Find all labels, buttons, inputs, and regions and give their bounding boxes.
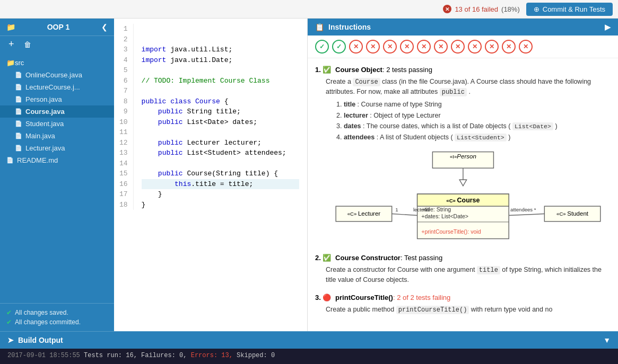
collapse-build-icon[interactable]: ▼ <box>603 336 611 344</box>
readme-icon: 📄 <box>6 157 14 164</box>
error-icon: ✕ <box>443 5 451 13</box>
terminal-icon: ➤ <box>7 336 14 344</box>
test-dot-10[interactable]: ✕ <box>468 40 482 54</box>
code-line <box>142 65 299 76</box>
src-folder: 📁 src <box>0 57 114 69</box>
file-icon: 📄 <box>15 145 22 152</box>
test-dot-13[interactable]: ✕ <box>519 40 533 54</box>
sidebar-status: ✔ All changes saved. ✔ All changes commi… <box>0 303 114 331</box>
sub-item: dates : The course dates, which is a lis… <box>336 122 611 131</box>
svg-text:1: 1 <box>395 207 398 212</box>
file-Person[interactable]: 📄 Person.java <box>0 93 114 105</box>
status-committed: ✔ All changes committed. <box>6 317 108 327</box>
instruction-item-2: 2. ✅ Course Constructor: Test passing Cr… <box>315 254 611 285</box>
instruction-item-3: 3. 🔴 printCourseTitle(): 2 of 2 tests fa… <box>315 294 611 315</box>
instruction-title-3: 3. 🔴 printCourseTitle(): 2 of 2 tests fa… <box>315 294 611 301</box>
sub-item: title : Course name of type String <box>336 100 611 110</box>
code-line: } <box>142 189 299 200</box>
sidebar: 📁 OOP 1 ❮ + 🗑 📁 src 📄 OnlineCourse.java … <box>0 19 114 331</box>
instruction-title-1: 1. ✅ Course Object: 2 tests passing <box>315 66 611 74</box>
svg-text:attendees *: attendees * <box>510 207 536 212</box>
sidebar-toolbar: + 🗑 <box>0 35 114 52</box>
status-saved: ✔ All changes saved. <box>6 308 108 317</box>
test-dot-4[interactable]: ✕ <box>366 40 380 54</box>
test-dot-12[interactable]: ✕ <box>502 40 516 54</box>
file-Student[interactable]: 📄 Student.java <box>0 118 114 130</box>
test-dot-3[interactable]: ✕ <box>349 40 363 54</box>
commit-run-button[interactable]: ⊕ Commit & Run Tests <box>526 3 613 16</box>
code-line: public List<Student> attendees; <box>142 148 299 158</box>
code-line <box>142 86 299 96</box>
test-dot-7[interactable]: ✕ <box>417 40 431 54</box>
sub-item: lecturer : Object of type Lecturer <box>336 111 611 121</box>
test-dots-row: ✓ ✓ ✕ ✕ ✕ ✕ ✕ ✕ ✕ ✕ ✕ ✕ ✕ <box>308 35 618 58</box>
instruction-desc-1: Create a Course class (in the file Cours… <box>326 77 611 142</box>
svg-text:+dates: List<Date>: +dates: List<Date> <box>421 213 468 219</box>
instructions-body: 1. ✅ Course Object: 2 tests passing Crea… <box>308 58 618 331</box>
code-line: import java.util.List; <box>142 45 299 55</box>
delete-file-button[interactable]: 🗑 <box>22 39 33 50</box>
file-README[interactable]: 📄 README.md <box>0 154 114 166</box>
file-icon: 📄 <box>15 132 22 139</box>
file-icon: 📄 <box>15 72 22 78</box>
instruction-title-2: 2. ✅ Course Constructor: Test passing <box>315 254 611 262</box>
test-dot-6[interactable]: ✕ <box>400 40 414 54</box>
check-icon: ✔ <box>6 309 12 316</box>
file-icon: 📄 <box>15 120 22 127</box>
add-file-button[interactable]: + <box>6 39 16 50</box>
code-area[interactable]: import java.util.List; import java.util.… <box>134 24 307 210</box>
code-line: } <box>142 200 299 210</box>
sub-item: attendees : A list of Student objects ( … <box>336 133 611 143</box>
file-icon: 📄 <box>15 84 22 91</box>
expand-icon[interactable]: ▶ <box>605 23 611 31</box>
code-line: this.title = title; <box>142 179 299 190</box>
code-line: import java.util.Date; <box>142 55 299 66</box>
test-dot-9[interactable]: ✕ <box>451 40 465 54</box>
fail-icon: 🔴 <box>323 294 331 301</box>
check-icon: ✔ <box>6 318 12 326</box>
test-percent: (18%) <box>501 5 520 13</box>
build-body: 2017-09-01 18:55:55 Tests run: 16, Failu… <box>0 349 618 364</box>
test-status: ✕ 13 of 16 failed (18%) <box>443 5 519 13</box>
file-OnlineCourse[interactable]: 📄 OnlineCourse.java <box>0 69 114 81</box>
build-output: ➤ Build Output ▼ 2017-09-01 18:55:55 Tes… <box>0 331 618 364</box>
svg-text:+printCourseTitle(): void: +printCourseTitle(): void <box>421 228 481 235</box>
pass-icon: ✅ <box>323 66 331 74</box>
svg-text:«I»Person: «I»Person <box>450 153 476 159</box>
file-Main[interactable]: 📄 Main.java <box>0 130 114 142</box>
sidebar-collapse-button[interactable]: ❮ <box>101 23 108 31</box>
header-left: ➤ Build Output <box>7 336 63 344</box>
file-Course[interactable]: 📄 Course.java <box>0 105 114 118</box>
code-line <box>142 158 299 169</box>
code-line: public Lecturer lecturer; <box>142 138 299 148</box>
test-dot-2[interactable]: ✓ <box>332 40 346 54</box>
svg-text:«C» Lecturer: «C» Lecturer <box>347 210 381 217</box>
instructions-icon: 📋 <box>315 23 324 31</box>
instructions-panel: 📋 Instructions ▶ ✓ ✓ ✕ ✕ ✕ ✕ ✕ ✕ ✕ ✕ ✕ ✕… <box>308 19 618 331</box>
svg-text:«C» Course: «C» Course <box>446 197 480 204</box>
instruction-desc-2: Create a constructor for Course with one… <box>326 265 611 285</box>
code-content: 12345 678910 1112131415 161718 import ja… <box>114 19 307 215</box>
code-editor[interactable]: 12345 678910 1112131415 161718 import ja… <box>114 19 308 331</box>
file-icon: 📄 <box>15 96 22 103</box>
uml-diagram: «I»Person «C» Course +title: String +dat… <box>326 147 611 245</box>
svg-marker-3 <box>459 180 466 186</box>
instructions-header: 📋 Instructions ▶ <box>308 19 618 35</box>
test-dot-11[interactable]: ✕ <box>485 40 499 54</box>
file-icon: 📄 <box>15 108 22 115</box>
uml-svg: «I»Person «C» Course +title: String +dat… <box>326 147 611 245</box>
build-header: ➤ Build Output ▼ <box>0 331 618 349</box>
line-numbers: 12345 678910 1112131415 161718 <box>114 24 134 210</box>
instruction-item-1: 1. ✅ Course Object: 2 tests passing Crea… <box>315 66 611 245</box>
test-dot-8[interactable]: ✕ <box>434 40 448 54</box>
svg-line-13 <box>392 214 417 216</box>
code-line: public class Course { <box>142 96 299 107</box>
main-content: 📁 OOP 1 ❮ + 🗑 📁 src 📄 OnlineCourse.java … <box>0 19 618 331</box>
file-LectureCourse[interactable]: 📄 LectureCourse.j... <box>0 81 114 93</box>
test-dot-5[interactable]: ✕ <box>383 40 397 54</box>
sidebar-header: 📁 OOP 1 ❮ <box>0 19 114 35</box>
sidebar-title: OOP 1 <box>47 23 70 31</box>
file-Lecturer[interactable]: 📄 Lecturer.java <box>0 142 114 154</box>
test-dot-1[interactable]: ✓ <box>315 40 329 54</box>
sidebar-tree: 📁 src 📄 OnlineCourse.java 📄 LectureCours… <box>0 52 114 303</box>
